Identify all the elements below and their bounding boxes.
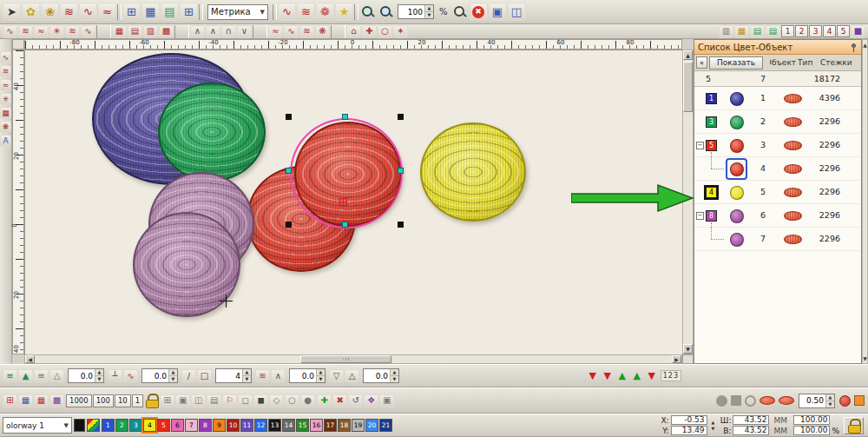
fill-pattern-4-icon[interactable]: ▩ (159, 25, 174, 38)
spinner-down-icon[interactable]: ▼ (425, 12, 433, 18)
palette-chip[interactable]: 6 (171, 419, 184, 432)
outline-width-field[interactable]: ▲▼ (799, 394, 835, 408)
design-page-button[interactable]: 1 (781, 25, 794, 37)
pattern-run-1-icon[interactable]: ∿ (278, 3, 296, 21)
selection-handle-sw[interactable] (286, 222, 292, 228)
stitch-tatami-icon[interactable]: ≈ (34, 25, 49, 38)
circle-yellow[interactable] (420, 122, 526, 222)
object-thumbnail[interactable] (727, 113, 746, 131)
travel-end-icon[interactable]: ▼ (601, 369, 615, 383)
show-button[interactable]: Показать (709, 56, 763, 70)
palette-chip[interactable]: 21 (379, 419, 392, 432)
value-field-4[interactable]: ▲▼ (289, 368, 326, 383)
slant-icon[interactable]: □ (197, 369, 212, 382)
palette-chip[interactable]: 18 (338, 419, 351, 432)
stitch-pattern-3-icon[interactable]: ≈ (98, 3, 116, 21)
stitch-type-icon[interactable] (784, 141, 802, 150)
fill-pattern-3-icon[interactable]: ▥ (143, 25, 158, 38)
grid-tool-4-icon[interactable]: ⊞ (180, 3, 198, 21)
object-thumbnail[interactable] (727, 230, 746, 248)
circle-tool-icon[interactable]: ○ (285, 394, 299, 407)
zoom-box-icon[interactable]: ⊞ (160, 394, 174, 407)
show-outlines-icon[interactable]: ◼ (253, 394, 268, 407)
open-design-1-icon[interactable]: ▤ (750, 25, 765, 38)
palette-chip[interactable]: 8 (199, 419, 212, 432)
select-tool-icon[interactable]: ➤ (3, 3, 21, 21)
metrika-dropdown[interactable]: Метрика▼ (207, 4, 268, 20)
palette-chip[interactable]: 4 (143, 419, 156, 432)
color-swatch[interactable]: 8 (706, 210, 717, 222)
value-input-3[interactable] (216, 372, 242, 381)
field-spinner[interactable]: ▲▼ (168, 369, 177, 382)
grid-2-icon[interactable]: ▤ (207, 394, 221, 407)
outline-circle-shape-icon[interactable] (745, 395, 756, 407)
stitch-type-icon[interactable] (784, 117, 802, 127)
tatami-oval-2-icon[interactable] (779, 396, 794, 405)
object-thumbnail[interactable] (727, 136, 746, 155)
design-page-button[interactable]: 5 (837, 25, 850, 37)
grid-snap-icon[interactable]: ⊞ (3, 394, 17, 407)
travel-step-button[interactable]: 1000 (66, 394, 92, 407)
filled-circle-shape-icon[interactable] (716, 395, 727, 407)
filled-square-shape-icon[interactable] (731, 395, 741, 406)
colorway-dropdown[interactable]: olorway 1▼ (3, 417, 72, 434)
rail-down-icon[interactable]: ▼ (863, 355, 867, 361)
monogram-tool-icon[interactable]: ✿ (22, 3, 40, 21)
outline-width-input[interactable] (799, 396, 825, 405)
stitch-cross-icon[interactable]: ≋ (65, 25, 80, 38)
lock-icon[interactable] (145, 394, 158, 407)
nodes-icon[interactable]: ❖ (364, 394, 378, 407)
freehand-tool-icon[interactable]: ∿ (0, 51, 11, 63)
scroll-down-icon[interactable]: ▼ (683, 344, 693, 354)
field-spinner[interactable]: ▲▼ (95, 369, 103, 382)
tree-collapse-icon[interactable]: − (696, 212, 704, 220)
lettering-tool-icon[interactable]: ❀ (41, 3, 59, 21)
object-row[interactable]: 4 5 2296 (694, 181, 861, 204)
motif-run-2-icon[interactable]: ∿ (284, 25, 299, 38)
value-field-3[interactable]: ▲▼ (215, 368, 252, 383)
horizontal-scroll-thumb[interactable] (300, 355, 391, 363)
horizontal-scrollbar[interactable]: ◀ ▶ (24, 354, 682, 364)
grid-tool-3-icon[interactable]: ▤ (161, 3, 179, 21)
stitch-pattern-2-icon[interactable]: ∿ (79, 3, 97, 21)
pattern-run-2-icon[interactable]: ≋ (297, 3, 315, 21)
object-row[interactable]: 1 1 4396 (694, 87, 861, 110)
color-swatch[interactable]: 1 (706, 93, 717, 104)
color-dock-icon[interactable]: ▦ (734, 25, 749, 38)
color-swatch[interactable]: 4 (706, 187, 717, 198)
applique-icon[interactable]: ⌂ (346, 25, 361, 38)
spacing-icon[interactable]: ∧ (271, 369, 286, 382)
offset-down-icon[interactable]: ▽ (329, 369, 344, 382)
grid-tool-1-icon[interactable]: ⊞ (122, 3, 141, 21)
palette-chip[interactable]: 7 (185, 419, 198, 432)
motif-run-3-icon[interactable]: ≋ (299, 25, 314, 38)
multicolor-chip[interactable] (87, 419, 100, 432)
stop-icon[interactable]: ✖ (470, 3, 488, 21)
peak-1-icon[interactable]: ∧ (190, 25, 205, 38)
red-dot-tool-icon[interactable] (839, 395, 851, 407)
scroll-up-icon[interactable]: ▲ (683, 50, 693, 60)
design-page-button[interactable]: 3 (809, 25, 822, 37)
object-thumbnail[interactable] (727, 160, 746, 178)
zoom-spinner[interactable]: ▲▼ (424, 5, 433, 18)
tatami-oval-1-icon[interactable] (760, 396, 775, 405)
selection-handle-e[interactable] (398, 168, 404, 174)
fill-pattern-2-icon[interactable]: ▤ (128, 25, 142, 38)
value-input-4[interactable] (290, 372, 316, 381)
circle-green[interactable] (158, 83, 266, 182)
stitch-numbers-toggle[interactable]: 123 (661, 370, 681, 381)
travel-up-icon[interactable]: ▲ (615, 369, 629, 383)
stitch-motif-icon[interactable]: ✳ (49, 25, 64, 38)
selection-handle-ne[interactable] (398, 114, 404, 120)
fill-tool-icon[interactable]: ▦ (0, 107, 11, 119)
zoom-level-input[interactable] (398, 8, 424, 17)
travel-up-2-icon[interactable]: ▲ (630, 369, 644, 383)
angle-icon[interactable]: ∕ (181, 369, 196, 382)
color-swatch[interactable]: 3 (706, 116, 717, 128)
color-swatch[interactable]: 5 (706, 140, 717, 151)
selection-handle-nw[interactable] (286, 114, 292, 120)
diamond-icon[interactable]: ◇ (269, 394, 284, 407)
rail-up-icon[interactable]: ▲ (863, 42, 867, 48)
doc-blue-icon[interactable]: ▣ (489, 3, 507, 21)
field-spinner[interactable]: ▲▼ (390, 369, 398, 382)
